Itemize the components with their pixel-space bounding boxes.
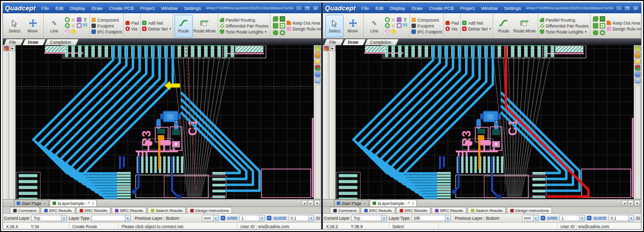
result-tab-mrc-results[interactable]: MRC Results [112, 207, 146, 213]
dot-tool-icon[interactable] [71, 29, 76, 34]
canvas-scrollbar[interactable] [315, 85, 321, 199]
pad-button[interactable]: Pad [125, 21, 139, 26]
footprint-button[interactable]: Footprint [411, 24, 442, 29]
tab-completion[interactable]: Completion [364, 39, 399, 45]
hatch-tool-icon[interactable] [65, 29, 70, 34]
route-move-button[interactable]: Route Move [193, 15, 216, 37]
close-tab-icon[interactable]: x [364, 202, 366, 205]
result-tab-design-instructions[interactable]: Design Instructions [187, 207, 232, 213]
via-button[interactable]: Via [445, 27, 459, 31]
pcb-canvas[interactable]: R3C1 [16, 45, 314, 199]
menu-item[interactable]: Display [70, 5, 85, 11]
minimize-button[interactable]: — [295, 5, 302, 11]
tune-route-lengths-button[interactable]: Tune Route Lengths ▾ [220, 29, 268, 34]
parallel-routing-button[interactable]: Parallel Routing [220, 18, 268, 23]
folder-icon[interactable] [635, 52, 641, 58]
tab-list-icon[interactable]: ▾ [634, 200, 640, 206]
result-tab-design-instructions[interactable]: Design Instructions [507, 207, 552, 213]
zoom-icon[interactable] [635, 71, 641, 77]
route-button[interactable]: Route [175, 15, 193, 37]
menu-item[interactable]: Create PCB [109, 5, 134, 11]
file-icon[interactable] [635, 58, 641, 64]
menu-item[interactable]: Project [140, 5, 155, 11]
design-rule-area-button[interactable]: Design Rule Area ▾ [607, 27, 641, 31]
plane-hole-icon[interactable] [280, 23, 285, 29]
object-palette-strip[interactable] [323, 45, 329, 199]
guide-select[interactable]: 0.1 ▾ [289, 215, 314, 221]
grid-checkbox[interactable]: ✓ [221, 216, 225, 220]
guide-checkbox[interactable]: ✓ [587, 216, 591, 220]
doc-tab-design[interactable]: 4LayerSample - * x [50, 200, 97, 206]
menu-item[interactable]: Settings [504, 5, 521, 11]
property-panel-strip[interactable]: ➤ [9, 45, 16, 199]
scroll-tabs-right-icon[interactable]: ▸ [308, 200, 314, 206]
pointer-icon[interactable]: ➤ [330, 46, 335, 51]
doc-tab-start-page[interactable]: Start Page x [14, 200, 49, 206]
menu-item[interactable]: Window [481, 5, 498, 11]
delete-net-button[interactable]: ✕ Delete Net ▾ [142, 27, 171, 31]
maximize-button[interactable]: ❐ [624, 5, 631, 11]
close-button[interactable]: ✕ [632, 5, 639, 11]
grid-select[interactable]: 1 ▾ [559, 215, 585, 221]
menu-item[interactable]: File [361, 5, 369, 11]
view-3d-icon[interactable] [315, 78, 321, 84]
canvas-scrollbar[interactable] [635, 85, 641, 199]
close-tab-icon[interactable]: x [412, 202, 414, 205]
result-tab-command[interactable]: Command [10, 207, 40, 213]
menu-item[interactable]: File [41, 5, 49, 11]
add-net-button[interactable]: + Add Net [462, 21, 491, 26]
scroll-tabs-right-icon[interactable]: ▸ [628, 200, 634, 206]
plane-hole-icon[interactable] [600, 23, 605, 29]
result-tab-drc-results[interactable]: DRC Results [76, 207, 111, 213]
unit-select[interactable]: mm ▾ [202, 215, 219, 221]
scroll-tabs-left-icon[interactable]: ◂ [621, 200, 627, 206]
plane-fill-icon[interactable] [593, 16, 598, 22]
palette-icon[interactable] [323, 46, 329, 51]
pad-button[interactable]: Pad [445, 21, 459, 26]
tab-file[interactable]: File [3, 39, 24, 45]
route-move-button[interactable]: Route Move [513, 15, 536, 37]
guide-checkbox[interactable]: ✓ [267, 216, 271, 220]
result-tab-drc-results[interactable]: DRC Results [396, 207, 431, 213]
keep-out-area-button[interactable]: Keep Out Area ▾ [287, 21, 321, 26]
property-panel-strip[interactable]: ➤ [329, 45, 336, 199]
menu-item[interactable]: Draw [91, 5, 102, 11]
delete-net-button[interactable]: ✕ Delete Net ▾ [462, 27, 491, 31]
scroll-tabs-left-icon[interactable]: ◂ [301, 200, 307, 206]
component-button[interactable]: Component [91, 18, 122, 23]
route-button[interactable]: Route [495, 15, 513, 37]
tab-draw[interactable]: Draw [342, 39, 366, 45]
guide-select[interactable]: 0.1 ▾ [609, 215, 634, 221]
arc-tool-icon[interactable]: C [391, 17, 396, 22]
maximize-button[interactable]: ❐ [304, 5, 311, 11]
menu-item[interactable]: Draw [411, 5, 422, 11]
folder-icon[interactable] [315, 52, 321, 58]
plane-circle-icon[interactable] [593, 30, 598, 35]
polygon-tool-icon[interactable] [397, 17, 402, 22]
menu-item[interactable]: Edit [376, 5, 383, 11]
menu-item[interactable]: Create PCB [429, 5, 454, 11]
select-button[interactable]: Select [5, 15, 24, 37]
layer-type-select[interactable]: ▾ [91, 215, 131, 221]
image-tool-icon[interactable] [83, 23, 88, 28]
filled-circle-tool-icon[interactable] [385, 23, 390, 28]
design-rule-area-button[interactable]: Design Rule Area ▾ [287, 27, 321, 31]
rect-tool-icon[interactable] [397, 23, 402, 28]
menu-item[interactable]: Edit [56, 5, 63, 11]
add-net-button[interactable]: + Add Net [142, 21, 171, 26]
result-tab-search-results[interactable]: Search Results [147, 207, 186, 213]
arc2-tool-icon[interactable]: C [71, 23, 76, 28]
plane-cutout-icon[interactable] [600, 16, 605, 22]
image-tool-icon[interactable] [403, 23, 408, 28]
footprint-button[interactable]: Footprint [91, 24, 122, 29]
circle-tool-icon[interactable] [385, 17, 390, 22]
polygon-tool-icon[interactable] [77, 17, 82, 22]
parallel-routing-button[interactable]: Parallel Routing [540, 18, 588, 23]
doc-tab-design[interactable]: 4LayerSample - * x [370, 200, 417, 206]
close-button[interactable]: ✕ [312, 5, 319, 11]
menu-item[interactable]: Display [390, 5, 405, 11]
hatch-tool-icon[interactable] [385, 29, 390, 34]
minimize-button[interactable]: — [615, 5, 622, 11]
rect-tool-icon[interactable] [77, 23, 82, 28]
dot-tool-icon[interactable] [391, 29, 396, 34]
